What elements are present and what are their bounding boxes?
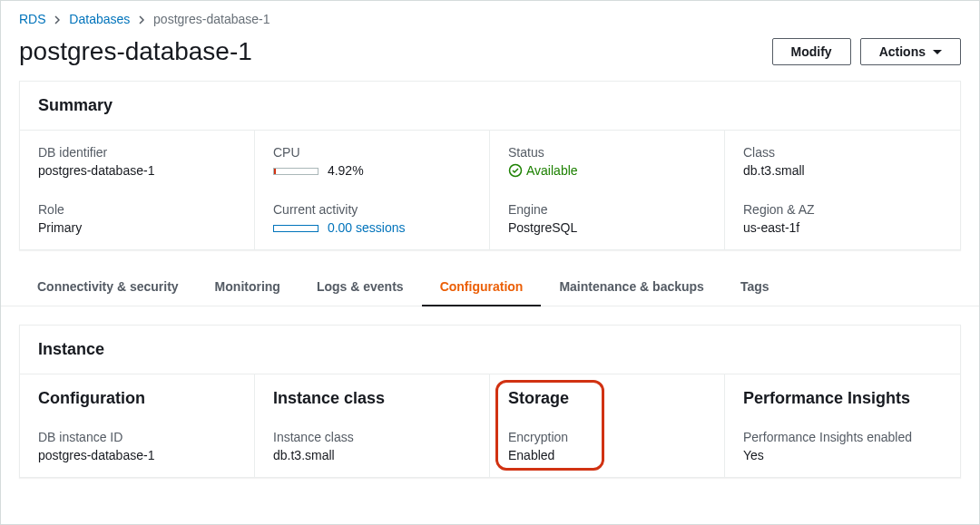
field-label: Instance class <box>273 430 471 444</box>
actions-button[interactable]: Actions <box>860 38 961 65</box>
summary-cpu: CPU 4.92% <box>255 131 490 195</box>
chevron-right-icon <box>139 15 144 24</box>
instance-panel: Instance Configuration DB instance ID po… <box>19 325 961 478</box>
field-label: Role <box>38 202 236 217</box>
tabs: Connectivity & security Monitoring Logs … <box>1 268 979 306</box>
field-value: Enabled <box>508 448 706 462</box>
activity-meter <box>273 225 318 232</box>
actions-label: Actions <box>879 44 926 59</box>
status-text: Available <box>526 163 578 178</box>
instance-title: Instance <box>38 340 942 359</box>
status-badge: Available <box>508 163 578 178</box>
tab-maintenance[interactable]: Maintenance & backups <box>541 268 722 306</box>
field-value: us-east-1f <box>743 220 942 235</box>
field-label: Encryption <box>508 430 706 444</box>
field-label: Current activity <box>273 202 471 217</box>
breadcrumb-rds[interactable]: RDS <box>19 12 46 26</box>
field-value: postgres-database-1 <box>38 448 236 462</box>
tab-logs[interactable]: Logs & events <box>299 268 422 306</box>
field-value[interactable]: 0.00 sessions <box>273 220 471 235</box>
header-actions: Modify Actions <box>772 38 961 65</box>
page-title: postgres-database-1 <box>19 37 252 66</box>
page-header: postgres-database-1 Modify Actions <box>1 34 979 81</box>
section-heading: Instance class <box>273 389 471 408</box>
field-value: Yes <box>743 448 942 462</box>
summary-engine: Engine PostgreSQL <box>490 195 725 249</box>
instance-performance: Performance Insights Performance Insight… <box>725 374 960 477</box>
summary-title: Summary <box>38 96 942 115</box>
breadcrumb-databases[interactable]: Databases <box>69 12 130 26</box>
field-label: Class <box>743 145 942 160</box>
tab-configuration[interactable]: Configuration <box>422 268 542 306</box>
summary-region: Region & AZ us-east-1f <box>725 195 960 249</box>
summary-role: Role Primary <box>20 195 255 249</box>
instance-configuration: Configuration DB instance ID postgres-da… <box>20 374 255 477</box>
summary-status: Status Available <box>490 131 725 195</box>
field-value: db.t3.small <box>273 448 471 462</box>
breadcrumb: RDS Databases postgres-database-1 <box>1 1 979 34</box>
instance-header: Instance <box>20 326 960 374</box>
field-value: db.t3.small <box>743 163 942 178</box>
instance-class: Instance class Instance class db.t3.smal… <box>255 374 490 477</box>
cpu-percent: 4.92% <box>328 163 364 178</box>
breadcrumb-current: postgres-database-1 <box>153 12 270 26</box>
instance-storage: Storage Encryption Enabled <box>490 374 725 477</box>
field-label: CPU <box>273 145 471 160</box>
modify-button[interactable]: Modify <box>772 38 851 65</box>
field-label: Status <box>508 145 706 160</box>
field-label: Region & AZ <box>743 202 942 217</box>
summary-class: Class db.t3.small <box>725 131 960 195</box>
field-label: Engine <box>508 202 706 217</box>
summary-header: Summary <box>20 82 960 131</box>
field-value: 4.92% <box>273 163 471 178</box>
cpu-meter <box>273 168 318 175</box>
section-heading: Storage <box>508 389 706 408</box>
tab-tags[interactable]: Tags <box>722 268 788 306</box>
section-heading: Configuration <box>38 389 236 408</box>
section-heading: Performance Insights <box>743 389 942 408</box>
summary-panel: Summary DB identifier postgres-database-… <box>19 81 961 250</box>
field-label: Performance Insights enabled <box>743 430 942 444</box>
chevron-right-icon <box>54 15 60 24</box>
summary-db-identifier: DB identifier postgres-database-1 <box>20 131 255 195</box>
caret-down-icon <box>933 50 942 54</box>
summary-activity: Current activity 0.00 sessions <box>255 195 490 249</box>
activity-text: 0.00 sessions <box>328 220 406 235</box>
check-circle-icon <box>508 163 523 178</box>
field-value: Primary <box>38 220 236 235</box>
field-label: DB identifier <box>38 145 236 160</box>
tab-monitoring[interactable]: Monitoring <box>197 268 299 306</box>
field-label: DB instance ID <box>38 430 236 444</box>
tab-connectivity[interactable]: Connectivity & security <box>19 268 197 306</box>
field-value: postgres-database-1 <box>38 163 236 178</box>
field-value: PostgreSQL <box>508 220 706 235</box>
